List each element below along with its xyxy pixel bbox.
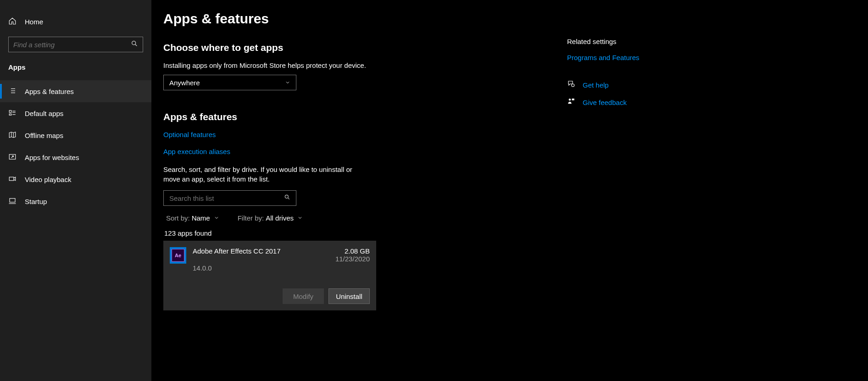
settings-search-input[interactable] [13, 41, 131, 49]
app-name: Adobe After Effects CC 2017 [193, 247, 281, 255]
svg-line-20 [288, 198, 289, 199]
search-icon [131, 40, 138, 49]
related-column: Related settings Programs and Features G… [567, 11, 751, 381]
video-icon [8, 175, 17, 184]
home-label: Home [25, 18, 43, 26]
uninstall-button[interactable]: Uninstall [328, 288, 370, 304]
main-content: Apps & features Choose where to get apps… [151, 0, 868, 381]
svg-point-21 [572, 84, 574, 87]
choose-heading: Choose where to get apps [163, 42, 540, 53]
nav-label: Offline maps [25, 132, 63, 139]
modify-button: Modify [283, 288, 324, 304]
sidebar-item-video-playback[interactable]: Video playback [0, 168, 151, 190]
list-icon [8, 87, 17, 96]
filter-label: Filter by: [238, 214, 264, 222]
sidebar-item-startup[interactable]: Startup [0, 190, 151, 212]
app-version: 14.0.0 [193, 264, 281, 272]
app-list-item-selected[interactable]: Ae Adobe After Effects CC 2017 14.0.0 2.… [163, 241, 376, 310]
sidebar-item-apps-features[interactable]: Apps & features [0, 80, 151, 102]
startup-icon [8, 197, 17, 206]
apps-count: 123 apps found [163, 229, 540, 237]
chevron-down-icon [285, 79, 290, 87]
svg-rect-23 [572, 99, 574, 100]
search-icon [284, 194, 290, 202]
app-size: 2.08 GB [335, 247, 370, 255]
svg-line-1 [135, 44, 137, 46]
app-icon-text: Ae [172, 249, 184, 262]
app-list-search-input[interactable] [169, 194, 284, 202]
dropdown-value: Anywhere [169, 79, 200, 87]
choose-desc: Installing apps only from Microsoft Stor… [163, 61, 540, 69]
svg-point-22 [569, 99, 571, 101]
svg-point-0 [132, 41, 136, 45]
sidebar-item-default-apps[interactable]: Default apps [0, 102, 151, 124]
chevron-down-icon [212, 214, 219, 222]
section-apps-label: Apps [0, 57, 151, 80]
programs-and-features-link[interactable]: Programs and Features [567, 54, 751, 61]
nav-label: Apps for websites [25, 154, 79, 161]
app-execution-aliases-link[interactable]: App execution aliases [163, 148, 230, 155]
nav-label: Apps & features [25, 88, 74, 95]
help-icon [567, 80, 575, 90]
filter-value: All drives [266, 214, 294, 222]
give-feedback-link[interactable]: Give feedback [583, 99, 627, 106]
filter-by-dropdown[interactable]: Filter by: All drives [238, 214, 303, 222]
map-icon [8, 131, 17, 140]
app-icon: Ae [170, 247, 186, 264]
sidebar-item-offline-maps[interactable]: Offline maps [0, 124, 151, 146]
svg-rect-9 [9, 114, 11, 115]
get-help-row[interactable]: Get help [567, 80, 751, 90]
home-button[interactable]: Home [0, 13, 151, 30]
app-list-search-box[interactable] [163, 190, 296, 206]
optional-features-link[interactable]: Optional features [163, 131, 216, 138]
nav-label: Video playback [25, 176, 71, 183]
related-heading: Related settings [567, 38, 751, 45]
give-feedback-row[interactable]: Give feedback [567, 97, 751, 107]
feedback-icon [567, 97, 575, 107]
sort-label: Sort by: [166, 214, 190, 222]
svg-rect-8 [9, 110, 11, 112]
page-title: Apps & features [163, 11, 540, 27]
list-help-text: Search, sort, and filter by drive. If yo… [163, 165, 365, 184]
nav-label: Startup [25, 198, 47, 205]
sidebar: Home Apps Apps & features Default apps O… [0, 0, 151, 381]
svg-rect-17 [10, 198, 15, 202]
defaults-icon [8, 109, 17, 118]
sort-value: Name [192, 214, 210, 222]
nav-label: Default apps [25, 110, 63, 117]
settings-search-box[interactable] [8, 37, 143, 52]
sidebar-item-apps-for-websites[interactable]: Apps for websites [0, 146, 151, 168]
sort-by-dropdown[interactable]: Sort by: Name [166, 214, 219, 222]
svg-point-19 [285, 195, 288, 198]
app-source-dropdown[interactable]: Anywhere [163, 75, 296, 90]
apps-features-heading: Apps & features [163, 111, 540, 122]
open-in-icon [8, 153, 17, 162]
chevron-down-icon [295, 214, 303, 222]
home-icon [8, 17, 17, 27]
get-help-link[interactable]: Get help [583, 81, 609, 89]
svg-rect-16 [9, 177, 14, 181]
app-date: 11/23/2020 [335, 255, 370, 263]
